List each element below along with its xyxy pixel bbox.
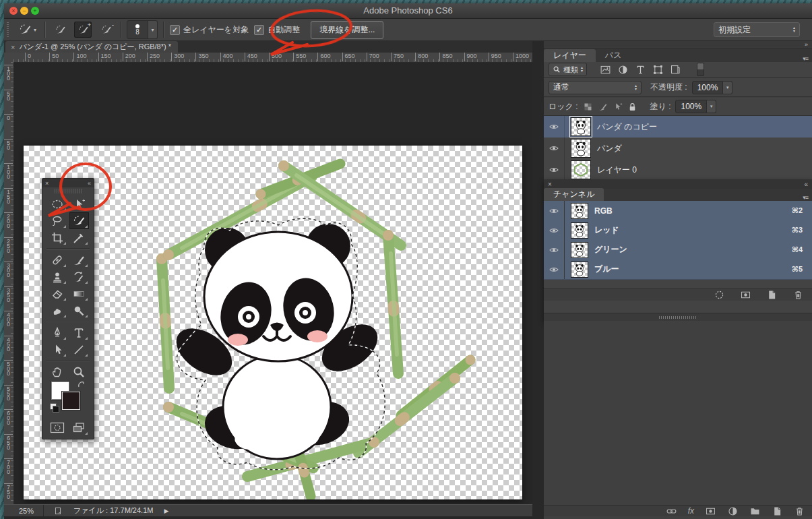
new-selection-mode-button[interactable] — [51, 22, 69, 38]
layer-visibility-toggle[interactable] — [544, 138, 565, 159]
horizontal-ruler[interactable]: 0501001502002503003504004505005506006507… — [13, 53, 532, 63]
adjustment-layer-icon[interactable] — [727, 506, 739, 517]
layer-effects-icon[interactable]: fx — [688, 506, 694, 516]
move-tool[interactable] — [69, 195, 89, 212]
brush-size-dropdown-arrow[interactable]: ▾ — [148, 20, 158, 39]
refine-edge-button[interactable]: 境界線を調整... — [311, 21, 383, 39]
quick-mask-button[interactable] — [48, 419, 67, 436]
channel-row[interactable]: RGB ⌘2 — [544, 201, 812, 221]
channel-visibility-toggle[interactable] — [544, 201, 565, 220]
new-group-icon[interactable] — [749, 506, 761, 517]
screen-mode-button[interactable] — [69, 419, 89, 436]
history-brush-tool[interactable] — [69, 268, 89, 285]
save-selection-as-channel-icon[interactable] — [740, 289, 751, 301]
background-color-swatch[interactable] — [62, 392, 80, 410]
channels-panel-header[interactable]: × « — [544, 179, 812, 189]
lock-all-icon[interactable] — [627, 102, 637, 112]
channel-row[interactable]: レッド ⌘3 — [544, 220, 812, 241]
layer-visibility-toggle[interactable] — [544, 159, 565, 181]
layer-thumbnail[interactable] — [571, 139, 591, 158]
brush-size-picker[interactable]: 8 ▾ — [127, 20, 158, 39]
zoom-tool[interactable] — [69, 363, 89, 380]
subtract-from-selection-mode-button[interactable]: - — [97, 22, 115, 38]
filter-pixel-layers-icon[interactable] — [600, 64, 611, 75]
path-selection-tool[interactable] — [48, 341, 67, 358]
smudge-tool[interactable] — [48, 302, 67, 319]
line-tool[interactable] — [69, 341, 89, 358]
blend-mode-select[interactable]: 通常 ▴▾ — [549, 81, 642, 94]
pen-tool[interactable] — [48, 324, 67, 341]
collapse-palette-icon[interactable]: « — [88, 180, 91, 187]
tab-layers[interactable]: レイヤー — [544, 49, 596, 62]
vertical-ruler[interactable]: 1 0 05 005 01 0 01 5 02 0 02 5 03 0 03 5… — [4, 62, 14, 508]
layer-thumbnail[interactable] — [571, 160, 591, 179]
quick-selection-tool[interactable] — [69, 212, 89, 229]
new-layer-icon[interactable] — [772, 506, 783, 517]
panel-menu-icon[interactable]: ▾≡ — [803, 194, 808, 201]
sample-all-layers-checkbox[interactable]: ✓ 全レイヤーを対象 — [170, 24, 249, 36]
close-panel-icon[interactable]: × — [548, 181, 552, 188]
opacity-field[interactable]: 100% ▾ — [692, 81, 733, 94]
eraser-tool[interactable] — [48, 285, 67, 302]
default-colors-icon[interactable] — [50, 403, 59, 412]
elliptical-marquee-tool[interactable] — [48, 195, 67, 212]
fill-dropdown-arrow[interactable]: ▾ — [707, 100, 716, 113]
status-options-arrow[interactable]: ▶ — [164, 508, 168, 514]
delete-layer-icon[interactable] — [794, 506, 805, 517]
document-tab[interactable]: × パンダ-1 @ 25% (パンダ のコピー, RGB/8*) * — [5, 41, 178, 53]
new-channel-icon[interactable] — [766, 289, 778, 301]
workspace-preset-select[interactable]: 初期設定 ▴▾ — [714, 22, 800, 37]
zoom-level-field[interactable]: 25% — [19, 507, 34, 515]
filter-toggle-switch[interactable] — [697, 63, 704, 76]
brush-tool[interactable] — [69, 251, 89, 268]
layer-row[interactable]: パンダ のコピー — [544, 116, 812, 138]
tab-channels[interactable]: チャンネル — [544, 188, 604, 201]
add-layer-mask-icon[interactable] — [705, 506, 716, 517]
close-palette-icon[interactable]: × — [45, 180, 49, 187]
close-tab-icon[interactable]: × — [11, 43, 15, 51]
clone-stamp-tool[interactable] — [48, 268, 67, 285]
channel-visibility-toggle[interactable] — [544, 240, 565, 260]
layer-thumbnail[interactable] — [571, 117, 591, 136]
channel-visibility-toggle[interactable] — [544, 220, 565, 240]
opacity-dropdown-arrow[interactable]: ▾ — [723, 81, 732, 94]
title-bar[interactable]: × − + Adobe Photoshop CS6 — [4, 3, 812, 19]
fill-field[interactable]: 100% ▾ — [675, 100, 716, 113]
auto-enhance-checkbox[interactable]: ✓ 自動調整 — [254, 24, 300, 36]
dodge-tool[interactable] — [69, 302, 89, 319]
channel-row[interactable]: ブルー ⌘5 — [544, 260, 812, 280]
panel-menu-icon[interactable]: ▾≡ — [803, 55, 808, 62]
layer-visibility-toggle[interactable] — [544, 116, 565, 138]
gradient-tool[interactable] — [69, 285, 89, 302]
filter-adjustment-layers-icon[interactable] — [617, 64, 629, 75]
hand-tool[interactable] — [48, 363, 67, 380]
filter-shape-layers-icon[interactable] — [652, 64, 664, 75]
tab-paths[interactable]: パス — [596, 49, 631, 62]
link-layers-icon[interactable] — [666, 506, 677, 517]
type-tool[interactable] — [69, 324, 89, 341]
add-to-selection-mode-button[interactable]: + — [74, 22, 92, 38]
channel-visibility-toggle[interactable] — [544, 260, 565, 279]
swap-colors-icon[interactable] — [77, 381, 86, 390]
filter-type-layers-icon[interactable] — [635, 64, 646, 75]
canvas[interactable] — [24, 146, 522, 499]
expand-panels-icon[interactable]: » — [805, 41, 808, 48]
spot-healing-brush-tool[interactable] — [48, 251, 67, 268]
layer-name[interactable]: パンダ — [597, 143, 622, 154]
eyedropper-tool[interactable] — [69, 229, 89, 246]
lasso-tool[interactable] — [48, 212, 67, 229]
lock-pixels-icon[interactable] — [598, 102, 608, 112]
collapse-panel-icon[interactable]: « — [804, 181, 808, 188]
collapse-dock-strip[interactable]: » — [544, 41, 812, 49]
layer-row[interactable]: パンダ — [544, 138, 812, 160]
layer-row[interactable]: レイヤー 0 — [544, 159, 812, 181]
palette-drag-handle[interactable] — [55, 189, 82, 193]
channel-row[interactable]: グリーン ⌘4 — [544, 240, 812, 260]
lock-position-icon[interactable] — [613, 102, 623, 112]
delete-channel-icon[interactable] — [792, 289, 804, 301]
crop-tool[interactable] — [48, 229, 67, 246]
lock-transparency-icon[interactable] — [583, 102, 593, 112]
tool-preset-picker[interactable]: ▾ — [15, 22, 39, 38]
layer-name[interactable]: レイヤー 0 — [597, 164, 637, 176]
palette-header[interactable]: × « — [42, 179, 94, 187]
